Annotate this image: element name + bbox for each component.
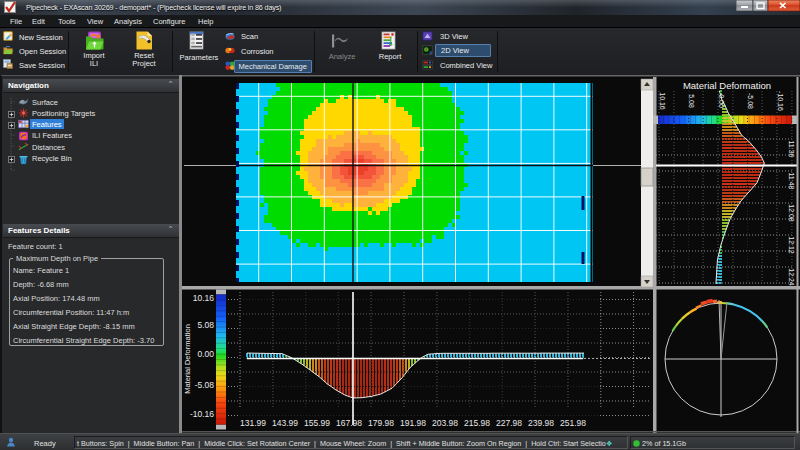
svg-text:239.98: 239.98 [528,418,554,428]
svg-text:12:12: 12:12 [788,236,795,254]
svg-text:11:48: 11:48 [788,173,795,190]
svg-text:0.00: 0.00 [197,349,214,359]
svg-text:12:24: 12:24 [788,268,795,286]
svg-text:10.16: 10.16 [193,293,215,303]
svg-text:167.98: 167.98 [336,418,362,428]
svg-text:131.99: 131.99 [240,418,266,428]
svg-text:179.98: 179.98 [368,418,394,428]
svg-text:-10.16: -10.16 [777,91,784,111]
svg-text:191.98: 191.98 [400,418,426,428]
svg-text:203.98: 203.98 [432,418,458,428]
svg-text:10.16: 10.16 [659,92,666,110]
svg-text:12:08: 12:08 [788,204,795,222]
svg-text:155.99: 155.99 [304,418,330,428]
svg-text:-5.08: -5.08 [195,380,215,390]
svg-text:-10.16: -10.16 [190,409,214,419]
svg-text:251.98: 251.98 [560,418,586,428]
svg-text:Material Deformation: Material Deformation [683,80,771,91]
svg-text:5.08: 5.08 [197,320,214,330]
svg-text:227.98: 227.98 [496,418,522,428]
svg-text:0.00: 0.00 [718,94,725,108]
svg-text:11:36: 11:36 [788,141,795,158]
svg-text:5.08: 5.08 [688,94,695,108]
svg-text:215.98: 215.98 [464,418,490,428]
svg-text:143.99: 143.99 [272,418,298,428]
svg-text:-5.08: -5.08 [747,93,754,109]
svg-text:Material Deformation: Material Deformation [183,324,192,394]
